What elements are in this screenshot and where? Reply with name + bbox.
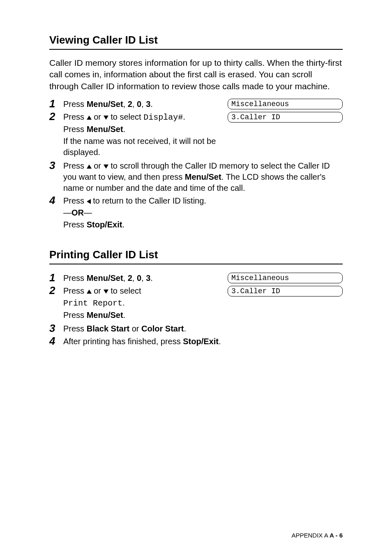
- step-body: Press or to select Display#. Press Menu/…: [63, 111, 224, 159]
- key-2: 2: [128, 100, 132, 109]
- step-body: Press to return to the Caller ID listing…: [63, 195, 343, 231]
- text: to select: [108, 112, 144, 121]
- viewing-step-4: 4 Press to return to the Caller ID listi…: [49, 195, 343, 231]
- step-body: Press Menu/Set, 2, 0, 3.: [63, 98, 224, 110]
- note-text: If the name was not received, it will no…: [63, 136, 224, 158]
- text: or: [92, 112, 104, 121]
- text: .: [150, 273, 153, 283]
- step-number: 2: [49, 111, 63, 123]
- step-body: Press Menu/Set, 2, 0, 3.: [63, 272, 224, 284]
- up-arrow-icon: [87, 290, 92, 294]
- left-arrow-icon: [87, 199, 91, 204]
- text: .: [123, 310, 126, 320]
- step-number: 4: [49, 335, 63, 347]
- text: —: [84, 208, 92, 217]
- text: or: [92, 286, 104, 295]
- step-body: After printing has finished, press Stop/…: [63, 335, 343, 347]
- text: Press: [63, 125, 87, 134]
- text: —: [63, 208, 71, 217]
- key-3: 3: [146, 100, 150, 109]
- viewing-step-3: 3 Press or to scroll through the Caller …: [49, 160, 343, 194]
- key-3: 3: [146, 273, 150, 283]
- text: ,: [132, 100, 137, 109]
- step-number: 1: [49, 272, 63, 284]
- down-arrow-icon: [104, 164, 108, 169]
- viewing-step-1: 1 Press Menu/Set, 2, 0, 3.: [49, 98, 224, 110]
- text: Press: [63, 310, 87, 320]
- text: .: [184, 324, 186, 333]
- step-number: 4: [49, 195, 63, 206]
- black-start-label: Black Start: [87, 324, 130, 333]
- down-arrow-icon: [104, 116, 108, 120]
- menu-set-label: Menu/Set: [87, 125, 123, 134]
- text: .: [183, 112, 185, 121]
- text: ,: [123, 273, 128, 283]
- or-label: OR: [71, 208, 84, 217]
- key-2: 2: [128, 273, 132, 283]
- text: Press: [63, 112, 87, 121]
- menu-set-label: Menu/Set: [87, 100, 123, 109]
- printing-step-3: 3 Press Black Start or Color Start.: [49, 322, 343, 334]
- text: .: [150, 100, 153, 109]
- text: or: [129, 324, 141, 333]
- step-body: Press or to scroll through the Caller ID…: [63, 160, 343, 194]
- step-number: 3: [49, 322, 63, 334]
- lcd-caller-id: 3.Caller ID: [228, 112, 343, 123]
- text: .: [219, 337, 221, 346]
- up-arrow-icon: [87, 164, 92, 169]
- step-number: 2: [49, 285, 63, 297]
- lcd-group-1: Miscellaneous 3.Caller ID: [228, 99, 343, 125]
- lcd-group-2: Miscellaneous 3.Caller ID: [228, 273, 343, 299]
- up-arrow-icon: [87, 116, 92, 120]
- text: .: [123, 125, 126, 134]
- printing-step-4: 4 After printing has finished, press Sto…: [49, 335, 343, 347]
- printing-step-1: 1 Press Menu/Set, 2, 0, 3.: [49, 272, 224, 284]
- text: Press: [63, 220, 87, 229]
- text: ,: [132, 273, 137, 283]
- text: Press: [63, 161, 87, 170]
- step-body: Press Black Start or Color Start.: [63, 322, 343, 334]
- section-title-printing: Printing Caller ID List: [49, 248, 343, 264]
- section-title-viewing: Viewing Caller ID List: [49, 33, 343, 50]
- text: Press: [63, 196, 87, 205]
- text: ,: [141, 273, 146, 283]
- key-0: 0: [137, 273, 141, 283]
- print-report-label: Print Report: [63, 299, 122, 308]
- lcd-miscellaneous: Miscellaneous: [228, 273, 343, 283]
- intro-paragraph: Caller ID memory stores information for …: [49, 57, 343, 92]
- step-body: Press or to select Print Report. Press M…: [63, 285, 224, 322]
- menu-set-label: Menu/Set: [87, 310, 123, 320]
- lcd-miscellaneous: Miscellaneous: [228, 99, 343, 109]
- text: Press: [63, 286, 87, 295]
- text: After printing has finished, press: [63, 337, 183, 346]
- text: Press: [63, 324, 87, 333]
- text: to return to the Caller ID listing.: [93, 196, 206, 205]
- menu-set-label: Menu/Set: [185, 172, 221, 181]
- text: .: [122, 220, 125, 229]
- step-number: 1: [49, 98, 63, 110]
- text: to select: [108, 286, 141, 295]
- printing-step-2: 2 Press or to select Print Report. Press…: [49, 285, 224, 322]
- menu-set-label: Menu/Set: [87, 273, 123, 283]
- text: Press: [63, 273, 87, 283]
- text: ,: [123, 100, 128, 109]
- color-start-label: Color Start: [141, 324, 184, 333]
- key-0: 0: [137, 100, 141, 109]
- text: or: [92, 161, 104, 170]
- down-arrow-icon: [104, 290, 108, 294]
- viewing-step-2: 2 Press or to select Display#. Press Men…: [49, 111, 224, 159]
- text: Press: [63, 100, 87, 109]
- display-hash-label: Display#: [143, 113, 183, 122]
- text: ,: [141, 100, 146, 109]
- stop-exit-label: Stop/Exit: [183, 337, 219, 346]
- stop-exit-label: Stop/Exit: [87, 220, 122, 229]
- text: .: [122, 298, 125, 307]
- lcd-caller-id: 3.Caller ID: [228, 286, 343, 297]
- step-number: 3: [49, 160, 63, 171]
